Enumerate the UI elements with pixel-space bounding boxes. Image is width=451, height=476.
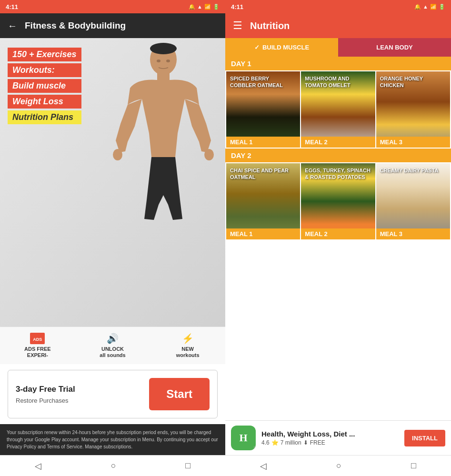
checkmark-icon: ✓ [254,44,260,51]
ad-attribution: i [254,445,255,449]
feature-workouts-label: NEWworkouts [176,346,200,358]
meal-label-1-1: MEAL 1 [226,137,300,148]
day-1-meals: SPICED BERRY COBBLER OATMEAL MEAL 1 MUSH… [225,70,451,149]
meal-label-1-3: MEAL 3 [376,137,450,148]
wifi-icon: ▲ [197,4,202,10]
hero-text-overlay: 150 + Exercises Workouts: Build muscle W… [8,48,81,124]
day-2-meals: CHAI SPICE AND PEAR OATMEAL MEAL 1 EGGS,… [225,162,451,240]
ad-app-icon: H i [231,426,256,450]
recent-nav-icon-right[interactable]: □ [411,461,416,471]
tab-bar: ✓ BUILD MUSCLE LEAN BODY [225,38,451,57]
lightning-icon: ⚡ [182,333,194,344]
disclaimer: Your subscription renew within 24-hours … [0,424,225,455]
day-1-label: DAY 1 [225,57,451,70]
nutrition-content[interactable]: DAY 1 SPICED BERRY COBBLER OATMEAL MEAL … [225,57,451,420]
time-left: 4:11 [6,3,18,10]
meal-label-2-2: MEAL 2 [301,228,375,239]
home-nav-icon[interactable]: ○ [111,461,116,471]
meal-card-2-2[interactable]: EGGS, TURKEY, SPINACH & ROASTED POTATOES… [301,163,375,239]
trial-text: 3-day Free Trial Restore Purchases [16,385,75,404]
disclaimer-text: Your subscription renew within 24-hours … [7,430,218,449]
meal-title-1-3: ORANGE HONEY CHICKEN [380,75,446,89]
ads-icon: ADS [30,333,45,344]
svg-point-9 [150,43,177,54]
svg-point-10 [157,60,160,62]
top-bar-right: ☰ Nutrition [225,13,451,38]
feature-ads[interactable]: ADS ADS FREEEXPERI- [4,333,71,358]
start-button[interactable]: Start [149,378,210,410]
page-title: Fitness & Bodybuilding [25,20,126,31]
back-nav-icon[interactable]: ◁ [35,461,41,471]
status-icons-left: 🔔 ▲ 📶 🔋 [189,4,220,10]
rating-value: 4.6 [261,439,270,446]
hero-badge-1: 150 + Exercises [8,48,81,61]
status-bar-right: 4:11 🔔 ▲ 📶 🔋 [225,0,451,13]
ad-app-title: Health, Weight Loss, Diet ... [261,430,399,438]
trial-title: 3-day Free Trial [16,385,75,394]
back-button[interactable]: ← [8,20,17,31]
right-panel: 4:11 🔔 ▲ 📶 🔋 ☰ Nutrition ✓ BUILD MUSCLE … [225,0,451,476]
nav-bar-right: ◁ ○ □ [225,455,451,476]
meal-card-1-3[interactable]: ORANGE HONEY CHICKEN MEAL 3 [376,71,450,148]
left-panel: 4:11 🔔 ▲ 📶 🔋 ← Fitness & Bodybuilding [0,0,225,476]
meal-label-1-2: MEAL 2 [301,137,375,148]
restore-purchases[interactable]: Restore Purchases [16,397,75,404]
status-icons-right: 🔔 ▲ 📶 🔋 [414,4,445,10]
status-bar-left: 4:11 🔔 ▲ 📶 🔋 [0,0,225,13]
feature-sounds[interactable]: 🔊 UNLOCKall sounds [79,333,147,358]
meal-title-2-2: EGGS, TURKEY, SPINACH & ROASTED POTATOES [305,167,371,181]
tab-lean-body[interactable]: LEAN BODY [338,38,451,57]
meal-card-2-3[interactable]: CREAMY DAIRY PASTA MEAL 3 [376,163,450,239]
install-button[interactable]: INSTALL [404,430,445,446]
top-bar-left: ← Fitness & Bodybuilding [0,13,225,38]
ad-info: Health, Weight Loss, Diet ... 4.6 ⭐ 7 mi… [261,430,399,446]
feature-ads-label: ADS FREEEXPERI- [24,346,51,358]
back-nav-icon-right[interactable]: ◁ [260,461,267,471]
tab-lean-body-label: LEAN BODY [376,44,413,51]
ad-banner: H i Health, Weight Loss, Diet ... 4.6 ⭐ … [225,420,451,455]
bell-icon-right: 🔔 [414,4,421,10]
tab-build-muscle[interactable]: ✓ BUILD MUSCLE [225,38,338,57]
meal-card-1-1[interactable]: SPICED BERRY COBBLER OATMEAL MEAL 1 [226,71,300,148]
review-count: 7 million [281,439,301,446]
home-nav-icon-right[interactable]: ○ [336,461,341,471]
recent-nav-icon[interactable]: □ [185,461,190,471]
features-bar: ADS ADS FREEEXPERI- 🔊 UNLOCKall sounds ⚡… [0,327,225,364]
hero-badge-2: Workouts: [8,63,81,77]
wifi-icon-right: ▲ [423,4,428,10]
svg-point-11 [166,60,170,62]
svg-point-7 [113,149,122,160]
meal-title-1-1: SPICED BERRY COBBLER OATMEAL [230,75,296,89]
nutrition-title: Nutrition [250,20,290,31]
day-2-label: DAY 2 [225,149,451,162]
trial-box: 3-day Free Trial Restore Purchases Start [8,370,218,418]
star-icon: ⭐ [271,439,279,446]
meal-title-1-2: MUSHROOM AND TOMATO OMELET [305,75,371,89]
meal-title-2-1: CHAI SPICE AND PEAR OATMEAL [230,167,296,181]
hero-badge-3: Build muscle [8,79,81,93]
meal-card-2-1[interactable]: CHAI SPICE AND PEAR OATMEAL MEAL 1 [226,163,300,239]
tab-build-muscle-label: BUILD MUSCLE [262,44,309,51]
signal-icon: 📶 [204,4,211,10]
feature-sounds-label: UNLOCKall sounds [100,346,125,358]
hero-section: 150 + Exercises Workouts: Build muscle W… [0,38,225,327]
hero-figure [111,43,216,224]
meal-label-2-1: MEAL 1 [226,228,300,239]
download-icon: ⬇ [303,439,308,446]
battery-icon: 🔋 [213,4,220,10]
sound-icon: 🔊 [107,333,119,344]
time-right: 4:11 [231,3,243,10]
svg-rect-1 [157,71,170,81]
svg-point-8 [204,149,214,160]
hero-badge-5: Nutrition Plans [8,110,81,124]
signal-icon-right: 📶 [430,4,437,10]
menu-button[interactable]: ☰ [233,20,242,32]
bell-icon: 🔔 [189,4,195,10]
meal-title-2-3: CREAMY DAIRY PASTA [380,167,446,174]
hero-badge-4: Weight Loss [8,95,81,109]
ad-icon-text: H [239,432,247,444]
feature-workouts[interactable]: ⚡ NEWworkouts [154,333,221,358]
meal-label-2-3: MEAL 3 [376,228,450,239]
ad-rating: 4.6 ⭐ 7 million ⬇ FREE [261,439,399,446]
meal-card-1-2[interactable]: MUSHROOM AND TOMATO OMELET MEAL 2 [301,71,375,148]
